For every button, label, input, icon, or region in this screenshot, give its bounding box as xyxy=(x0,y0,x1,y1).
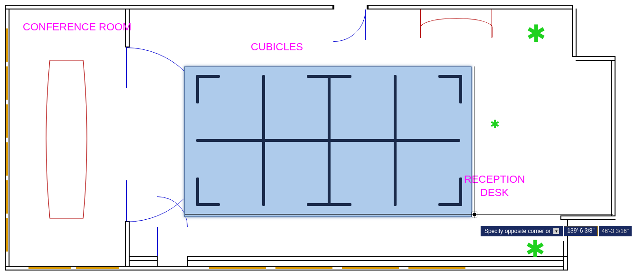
reception-desk-furniture xyxy=(420,18,492,37)
wall xyxy=(188,256,568,257)
door-leaf xyxy=(126,180,127,221)
wall xyxy=(187,256,188,267)
conference-room-label: CONFERENCE ROOM xyxy=(23,21,132,33)
window xyxy=(6,104,8,138)
cubicle-partition xyxy=(262,75,265,206)
prompt-input[interactable]: 139'-6 3/8" xyxy=(564,226,597,236)
dropdown-icon[interactable]: ▼ xyxy=(553,228,559,234)
wall xyxy=(611,60,612,216)
cubicle-partition xyxy=(438,75,462,78)
cubicle-partition xyxy=(196,75,199,103)
window xyxy=(6,28,8,62)
window xyxy=(209,267,266,269)
wall xyxy=(5,5,6,271)
desk-edge xyxy=(492,9,492,38)
floor-plan-canvas[interactable]: CONFERENCE ROOM CUBICLES RECEPTION DESK … xyxy=(0,0,644,280)
command-prompt[interactable]: Specify opposite corner or ▼ 139'-6 3/8"… xyxy=(481,226,632,236)
prompt-coord: 46'-3 3/16" xyxy=(599,226,632,236)
window xyxy=(6,218,8,252)
cubicle-partition xyxy=(196,203,220,206)
cubicle-partition xyxy=(307,203,351,206)
cubicle-partition xyxy=(459,177,462,206)
wall xyxy=(129,256,157,257)
wall xyxy=(560,219,616,220)
plant-icon: ✱ xyxy=(525,237,545,261)
crosshair-cursor xyxy=(472,212,477,217)
prompt-message: Specify opposite corner or ▼ xyxy=(481,226,563,236)
wall xyxy=(5,9,332,9)
wall xyxy=(576,9,577,57)
crosshair-line xyxy=(185,214,613,215)
door-leaf xyxy=(365,9,366,40)
cubicle-partition xyxy=(459,75,462,103)
conference-table xyxy=(40,58,93,222)
window xyxy=(28,267,71,269)
desk-edge xyxy=(420,9,421,38)
wall xyxy=(560,215,561,220)
wall xyxy=(332,5,334,9)
wall xyxy=(188,260,564,261)
plant-icon: ✱ xyxy=(490,119,500,130)
cubicle-partition xyxy=(328,75,331,206)
wall xyxy=(129,260,157,261)
wall xyxy=(9,9,9,267)
reception-desk-label: RECEPTION DESK xyxy=(464,173,525,199)
window xyxy=(275,267,332,269)
plant-icon: ✱ xyxy=(526,22,546,46)
window xyxy=(6,66,8,100)
wall xyxy=(369,9,573,9)
wall xyxy=(576,60,616,61)
cubicle-partition xyxy=(438,203,462,206)
wall xyxy=(5,270,568,271)
cubicle-partition xyxy=(196,75,220,78)
wall xyxy=(125,222,126,267)
wall xyxy=(572,5,573,57)
wall xyxy=(572,56,616,57)
cubicle-partition xyxy=(394,75,397,206)
wall xyxy=(157,256,158,267)
window xyxy=(6,180,8,214)
door-leaf xyxy=(157,227,158,256)
window xyxy=(342,267,399,269)
wall xyxy=(5,5,332,6)
window xyxy=(76,267,119,269)
wall xyxy=(369,5,573,6)
cubicles-label: CUBICLES xyxy=(251,41,303,53)
prompt-text: Specify opposite corner or xyxy=(484,228,550,234)
door-leaf xyxy=(126,47,127,88)
crosshair-line xyxy=(474,66,474,218)
window xyxy=(6,142,8,176)
cubicle-partition xyxy=(196,177,199,206)
wall xyxy=(560,215,616,216)
wall xyxy=(615,56,616,216)
window xyxy=(408,267,465,269)
wall xyxy=(5,266,564,267)
